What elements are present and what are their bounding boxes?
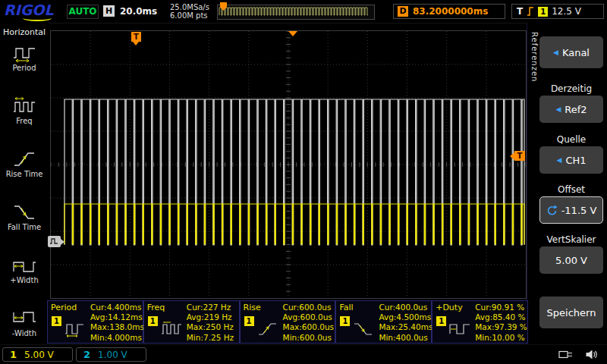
- rigol-logo-swoosh: [23, 15, 52, 21]
- measurement-panel-period: Period 1 Cur:4.400ms Avg:14.12ms Max:138…: [47, 300, 143, 344]
- horizontal-badge: H: [103, 5, 115, 17]
- vertskalier-label: VertSkalier: [539, 234, 603, 245]
- measurement-max: Max:25.40ms: [379, 322, 432, 332]
- kanal-label: Kanal: [562, 47, 590, 58]
- channel-1-number: 1: [10, 349, 17, 360]
- measurement-min: Min:600.0us: [283, 333, 334, 343]
- offset-value-button[interactable]: -11.5 V: [539, 196, 603, 224]
- memory-waveform-preview: [218, 5, 373, 17]
- measurement-panel-rise: Rise 1 Cur:600.0us Avg:600.0us Max:600.0…: [240, 300, 336, 344]
- quelle-label: Quelle: [539, 134, 603, 145]
- waveform-display: T T: [50, 30, 527, 299]
- freq-icon: [11, 96, 37, 116]
- menu-item-pos-width[interactable]: +Width: [0, 256, 49, 305]
- delay-badge: D: [398, 6, 408, 17]
- measurement-values: Cur:400.0us Avg:4.500ms Max:25.40ms Min:…: [379, 303, 432, 343]
- channel-2-number: 2: [83, 349, 90, 360]
- top-status-bar: RIGOL AUTO H 20.0ms 25.0MSa/s 6.00M pts …: [0, 0, 607, 24]
- menu-item-label: Period: [0, 64, 49, 72]
- menu-item-label: -Width: [0, 329, 49, 337]
- trigger-time-marker[interactable]: T: [131, 32, 141, 42]
- channel-badge: 1: [148, 316, 158, 326]
- measurement-cur: Cur:600.0us: [283, 303, 334, 312]
- menu-item-label: Fall Time: [0, 223, 49, 231]
- speichern-label: Speichern: [547, 307, 596, 318]
- delay-value: 83.2000000ms: [413, 6, 488, 17]
- oscilloscope-screen: RIGOL AUTO H 20.0ms 25.0MSa/s 6.00M pts …: [0, 0, 607, 364]
- ref2-position-marker[interactable]: [48, 236, 61, 247]
- rise-time-icon: [11, 149, 37, 169]
- quelle-value-button[interactable]: ◀ CH1: [539, 146, 603, 174]
- trigger-level-value: 12.5 V: [552, 6, 581, 17]
- measurement-cur: Cur:4.400ms: [90, 303, 144, 312]
- menu-item-period[interactable]: Period: [0, 43, 49, 93]
- derzeitig-value: Ref2: [565, 104, 587, 115]
- channel-2-scale: 1.00 V: [98, 350, 127, 360]
- memory-position-strip[interactable]: [217, 5, 375, 20]
- trigger-level-marker[interactable]: T: [514, 151, 525, 161]
- rotate-knob-icon: [546, 205, 558, 216]
- measurement-avg: Avg:600.0us: [283, 312, 334, 322]
- measurement-values: Cur:227 Hz Avg:219 Hz Max:250 Hz Min:7.2…: [187, 303, 234, 343]
- measurement-min: Min:10.00 %: [475, 333, 527, 343]
- memory-depth: 6.00M pts: [170, 11, 209, 20]
- menu-item-rise-time[interactable]: Rise Time: [0, 149, 49, 199]
- trigger-channel-badge: 1: [538, 7, 548, 17]
- period-icon: [64, 321, 86, 337]
- measurement-min: Min:400.0us: [379, 333, 432, 343]
- measurement-name: +Duty: [436, 303, 462, 312]
- measurement-max: Max:600.0us: [283, 322, 334, 332]
- vertskalier-value-button[interactable]: 5.00 V: [539, 246, 603, 274]
- measurement-max: Max:138.0ms: [90, 322, 144, 332]
- channel-badge: 1: [340, 316, 350, 326]
- delay-readout: D 83.2000000ms: [393, 4, 505, 19]
- channel-2-status[interactable]: 2 1.00 V: [76, 347, 146, 362]
- speichern-button[interactable]: Speichern: [539, 297, 603, 328]
- measurement-name: Period: [51, 303, 77, 312]
- measurement-min: Min:4.000ms: [90, 333, 144, 343]
- menu-item-fall-time[interactable]: Fall Time: [0, 202, 49, 252]
- plus-width-icon: [11, 256, 37, 275]
- channel-badge: 1: [52, 316, 61, 326]
- usb-icon: [558, 350, 574, 359]
- derzeitig-value-button[interactable]: ◀ Ref2: [539, 96, 603, 123]
- acquisition-info: 25.0MSa/s 6.00M pts: [170, 3, 209, 20]
- measurement-panel-fall: Fall 1 Cur:400.0us Avg:4.500ms Max:25.40…: [335, 300, 432, 344]
- measurement-panel-duty: +Duty 1 Cur:90.91 % Avg:85.40 % Max:97.3…: [432, 300, 528, 344]
- channel-badge: 1: [244, 316, 254, 326]
- fall-icon: [352, 321, 375, 337]
- measurement-values: Cur:600.0us Avg:600.0us Max:600.0us Min:…: [283, 303, 334, 343]
- kanal-button[interactable]: ◀ Kanal: [539, 36, 603, 68]
- channel-1-status[interactable]: 1 5.00 V: [2, 347, 73, 362]
- measurement-avg: Avg:14.12ms: [90, 312, 144, 322]
- offset-label: Offset: [539, 184, 603, 195]
- channel-badge: 1: [436, 316, 446, 326]
- chevron-left-icon: ◀: [555, 105, 561, 113]
- menu-item-label: Freq: [0, 117, 49, 125]
- measurement-panel-freq: Freq 1 Cur:227 Hz Avg:219 Hz Max:250 Hz …: [143, 300, 240, 344]
- horizontal-measure-menu: Horizontal Period Freq Rise Time: [0, 23, 49, 344]
- reference-menu: Referenzen ◀ Kanal Derzeitig ◀ Ref2 Quel…: [527, 23, 607, 344]
- period-icon: [11, 43, 37, 63]
- sample-rate: 25.0MSa/s: [170, 3, 209, 11]
- trigger-label: T: [517, 6, 523, 17]
- speaker-icon: [585, 349, 598, 360]
- measurement-cur: Cur:400.0us: [379, 303, 432, 312]
- menu-item-freq[interactable]: Freq: [0, 96, 49, 146]
- timebase-value: 20.0ms: [120, 6, 157, 17]
- measurement-name: Freq: [147, 303, 165, 312]
- measurement-avg: Avg:85.40 %: [475, 312, 527, 322]
- measurement-max: Max:97.39 %: [475, 322, 527, 332]
- vertskalier-value: 5.00 V: [555, 255, 587, 266]
- trigger-readout: T 1 12.5 V: [511, 4, 604, 19]
- quelle-value: CH1: [565, 155, 586, 166]
- derzeitig-label: Derzeitig: [539, 83, 603, 94]
- chevron-left-icon: ◀: [553, 49, 558, 56]
- rise-icon: [256, 321, 279, 337]
- horizontal-reference-marker[interactable]: [288, 31, 297, 36]
- measurement-values: Cur:4.400ms Avg:14.12ms Max:138.0ms Min:…: [90, 303, 144, 343]
- measurement-min: Min:7.25 Hz: [187, 333, 234, 343]
- channel-1-scale: 5.00 V: [24, 350, 54, 360]
- channel-status-bar: 1 5.00 V 2 1.00 V: [0, 344, 607, 364]
- measurement-name: Fall: [339, 303, 353, 312]
